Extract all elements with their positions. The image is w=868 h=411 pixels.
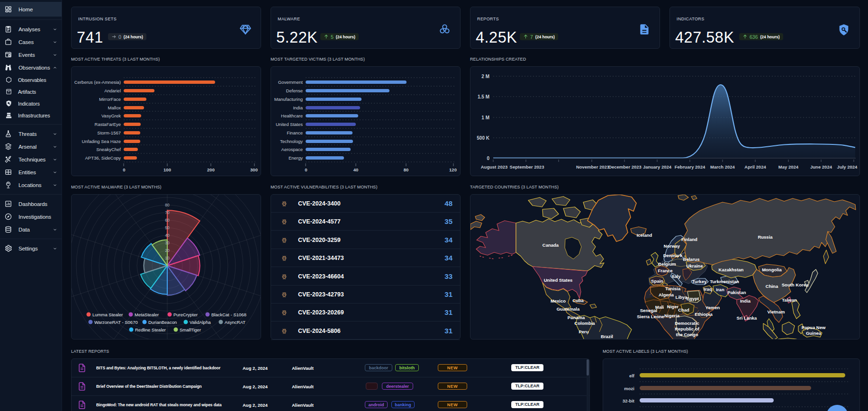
svg-text:DurianBeacon: DurianBeacon xyxy=(148,320,177,325)
svg-text:South Korea: South Korea xyxy=(782,282,809,287)
svg-text:Cuba: Cuba xyxy=(572,298,584,303)
svg-text:Belgium: Belgium xyxy=(658,261,676,267)
svg-text:Storm-1567: Storm-1567 xyxy=(97,130,121,135)
svg-text:Senegal: Senegal xyxy=(640,308,657,313)
svg-text:1 M: 1 M xyxy=(481,115,489,120)
svg-text:MirrorFace: MirrorFace xyxy=(99,97,121,102)
svg-text:Vietnam: Vietnam xyxy=(768,309,785,314)
svg-text:January 2024: January 2024 xyxy=(643,164,672,170)
svg-text:50: 50 xyxy=(165,225,170,230)
svg-text:Pakistan: Pakistan xyxy=(727,290,746,295)
svg-text:Defense: Defense xyxy=(286,88,303,93)
svg-text:March 2024: March 2024 xyxy=(710,164,735,170)
svg-text:1.5 M: 1.5 M xyxy=(478,94,489,99)
svg-text:70: 70 xyxy=(165,210,170,215)
svg-text:Yemen: Yemen xyxy=(705,305,720,310)
svg-text:PureCrypter: PureCrypter xyxy=(173,312,198,317)
svg-text:30: 30 xyxy=(165,241,170,245)
svg-text:Unfading Sea Haze: Unfading Sea Haze xyxy=(82,139,121,144)
svg-text:Finance: Finance xyxy=(287,130,303,135)
svg-text:Iran: Iran xyxy=(716,287,724,292)
svg-text:BlackCat - S1068: BlackCat - S1068 xyxy=(211,312,246,317)
svg-text:32-bit: 32-bit xyxy=(623,398,635,403)
svg-text:Healthcare: Healthcare xyxy=(281,113,303,118)
svg-text:Ukraine: Ukraine xyxy=(687,263,703,268)
svg-text:SneakyChef: SneakyChef xyxy=(96,147,121,152)
svg-text:Mexico: Mexico xyxy=(551,298,566,304)
svg-text:Niger: Niger xyxy=(667,304,679,309)
svg-text:Aerospace: Aerospace xyxy=(281,147,303,152)
svg-text:July 2024: July 2024 xyxy=(837,164,858,170)
svg-text:Kazakhstan: Kazakhstan xyxy=(719,267,744,272)
svg-text:Tunisia: Tunisia xyxy=(665,286,681,291)
svg-text:Turkmenistan: Turkmenistan xyxy=(710,279,739,284)
svg-text:0: 0 xyxy=(123,167,125,172)
svg-text:Guatemala: Guatemala xyxy=(557,306,580,312)
svg-text:May 2024: May 2024 xyxy=(778,164,799,170)
svg-text:WarzoneRAT - S0670: WarzoneRAT - S0670 xyxy=(94,320,138,325)
svg-text:Norway: Norway xyxy=(664,243,680,249)
svg-text:September 2023: September 2023 xyxy=(510,164,544,170)
svg-text:0: 0 xyxy=(305,167,307,172)
svg-text:Chad: Chad xyxy=(678,307,689,313)
svg-text:Republic of: Republic of xyxy=(675,326,700,331)
svg-text:Brazil: Brazil xyxy=(601,334,613,339)
svg-text:India: India xyxy=(293,105,303,110)
svg-text:August 2023: August 2023 xyxy=(481,164,508,170)
svg-text:Belarus: Belarus xyxy=(683,257,700,262)
svg-text:China: China xyxy=(766,284,778,289)
svg-text:VasyGrek: VasyGrek xyxy=(101,113,121,118)
svg-text:Algeria: Algeria xyxy=(659,292,674,297)
svg-text:SmallTiger: SmallTiger xyxy=(180,327,201,332)
svg-text:Iraq: Iraq xyxy=(704,286,712,292)
svg-text:100: 100 xyxy=(163,167,171,172)
svg-text:80: 80 xyxy=(165,203,170,207)
svg-text:500 K: 500 K xyxy=(477,135,489,141)
svg-text:120: 120 xyxy=(449,167,457,172)
svg-text:Denmark: Denmark xyxy=(663,253,683,258)
svg-text:0: 0 xyxy=(487,156,489,161)
svg-text:December 2023: December 2023 xyxy=(608,164,642,170)
svg-text:November 2023: November 2023 xyxy=(576,164,609,170)
svg-text:Italy: Italy xyxy=(671,274,681,279)
svg-text:elf: elf xyxy=(629,373,635,378)
svg-text:Cerberus (ex-Amnesia): Cerberus (ex-Amnesia) xyxy=(74,80,121,85)
svg-text:Papua New: Papua New xyxy=(802,325,826,330)
svg-text:Manufacturing: Manufacturing xyxy=(274,97,303,102)
svg-text:Finland: Finland xyxy=(681,237,697,242)
svg-text:AsyncRAT: AsyncRAT xyxy=(225,320,245,325)
svg-text:RastaFarEye: RastaFarEye xyxy=(95,122,121,127)
svg-text:Iceland: Iceland xyxy=(637,232,652,238)
svg-text:80: 80 xyxy=(404,167,409,172)
svg-text:June 2024: June 2024 xyxy=(810,164,832,170)
svg-text:Colombia: Colombia xyxy=(574,321,595,326)
svg-text:Ethiopia: Ethiopia xyxy=(695,312,713,317)
svg-text:Nigeria: Nigeria xyxy=(664,313,680,318)
svg-text:20: 20 xyxy=(165,248,170,253)
svg-text:300: 300 xyxy=(250,167,258,172)
svg-text:April 2024: April 2024 xyxy=(744,164,766,170)
svg-text:Spain: Spain xyxy=(651,278,663,284)
svg-text:10: 10 xyxy=(165,256,170,260)
svg-text:APT36, SideCopy: APT36, SideCopy xyxy=(85,155,121,161)
svg-text:February 2024: February 2024 xyxy=(675,164,705,170)
svg-text:Redline Stealer: Redline Stealer xyxy=(135,327,166,332)
svg-text:Turkey: Turkey xyxy=(692,279,707,284)
svg-text:Technology: Technology xyxy=(280,139,303,144)
svg-text:Andariel: Andariel xyxy=(104,88,121,93)
svg-text:Guinea: Guinea xyxy=(806,331,822,336)
svg-text:2 M: 2 M xyxy=(481,74,489,79)
svg-text:Panama: Panama xyxy=(568,315,585,320)
svg-text:Peru: Peru xyxy=(579,329,588,334)
svg-text:Democratic: Democratic xyxy=(675,321,699,326)
svg-text:the Congo: the Congo xyxy=(676,332,698,337)
svg-text:Canada: Canada xyxy=(542,242,559,248)
svg-text:Sri Lanka: Sri Lanka xyxy=(737,315,757,321)
svg-text:Russia: Russia xyxy=(758,234,773,240)
svg-text:Sierra Leone: Sierra Leone xyxy=(637,314,664,319)
svg-text:France: France xyxy=(658,268,672,273)
svg-text:60: 60 xyxy=(165,218,170,223)
svg-text:Government: Government xyxy=(278,80,303,85)
svg-text:Libya: Libya xyxy=(676,295,688,300)
svg-text:Mallox: Mallox xyxy=(108,105,121,110)
